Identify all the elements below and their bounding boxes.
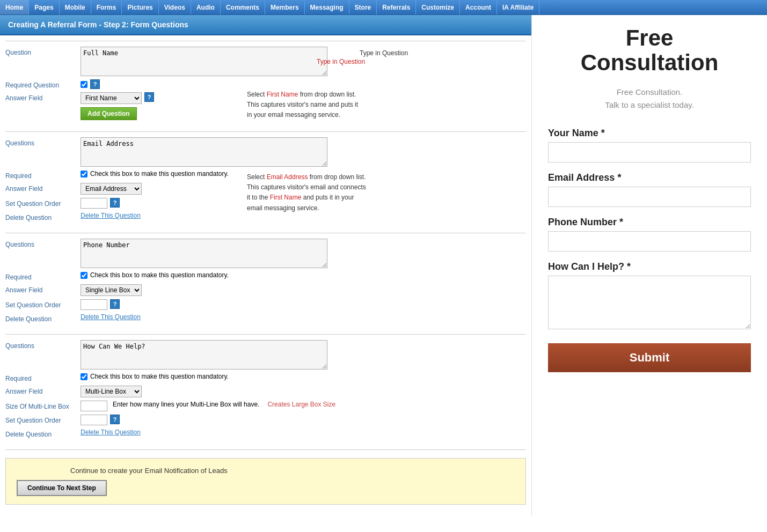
size-control-4: 4 Enter how many lines your Multi-Line B… bbox=[81, 401, 526, 411]
question-textarea-4[interactable]: How Can We Help? bbox=[81, 340, 327, 370]
right-label-phone: Phone Number * bbox=[548, 217, 751, 228]
nav-mobile[interactable]: Mobile bbox=[60, 0, 91, 14]
nav-comments[interactable]: Comments bbox=[221, 0, 265, 14]
answer-select-3[interactable]: First Name Last Name Email Address Phone… bbox=[81, 284, 142, 296]
answer-annotation-2: Select Email Address from drop down list… bbox=[247, 172, 366, 213]
question-label-1: Question bbox=[5, 47, 81, 56]
help-button-answer-1[interactable]: ? bbox=[144, 92, 154, 102]
continue-area: Continue to create your Email Notificati… bbox=[5, 458, 526, 505]
answer-field-label-2: Answer Field bbox=[5, 183, 81, 193]
submit-button[interactable]: Submit bbox=[548, 343, 751, 372]
required-checkbox-4[interactable] bbox=[81, 373, 87, 380]
page-header: Creating A Referral Form - Step 2: Form … bbox=[0, 15, 531, 35]
answer-field-row-2: Answer Field First Name Last Name Email … bbox=[5, 183, 526, 195]
required-control-1: ? bbox=[81, 79, 526, 89]
delete-link-2[interactable]: Delete This Question bbox=[81, 212, 141, 219]
required-control-4: Check this box to make this question man… bbox=[81, 373, 526, 380]
nav-videos[interactable]: Videos bbox=[159, 0, 191, 14]
delete-link-3[interactable]: Delete This Question bbox=[81, 313, 141, 321]
questions-label-2: Questions bbox=[5, 137, 81, 147]
question-textarea-2[interactable]: Email Address bbox=[81, 137, 327, 167]
question-row-4: Questions How Can We Help? bbox=[5, 340, 526, 370]
question-row-2: Questions Email Address bbox=[5, 137, 526, 167]
add-question-button[interactable]: Add Question bbox=[81, 107, 137, 120]
question-textarea-1[interactable]: Full Name bbox=[81, 47, 327, 76]
help-button-order-2[interactable]: ? bbox=[110, 198, 120, 208]
required-check-text-3: Check this box to make this question man… bbox=[90, 271, 229, 279]
required-check-text-4: Check this box to make this question man… bbox=[90, 373, 229, 380]
set-order-label-3: Set Question Order bbox=[5, 299, 81, 309]
question-control-4: How Can We Help? bbox=[81, 340, 526, 370]
nav-ia-affiliate[interactable]: IA Affiliate bbox=[497, 0, 539, 14]
consultation-subtitle: Free Consultation.Talk to a specialist t… bbox=[548, 86, 751, 112]
section-1: Question Full Name Type in Question Type… bbox=[5, 41, 526, 132]
right-panel: FreeConsultation Free Consultation.Talk … bbox=[531, 15, 767, 515]
answer-annotation-1: Select First Name from drop down list. T… bbox=[247, 90, 358, 121]
required-checkbox-row-1: ? bbox=[81, 79, 100, 89]
answer-select-4[interactable]: First Name Last Name Email Address Phone… bbox=[81, 386, 142, 397]
nav-store[interactable]: Store bbox=[349, 0, 377, 14]
nav-account[interactable]: Account bbox=[460, 0, 497, 14]
required-label-1: Required Question bbox=[5, 79, 81, 89]
set-order-input-2[interactable]: 2 bbox=[81, 198, 107, 209]
continue-note: Continue to create your Email Notificati… bbox=[70, 467, 228, 475]
left-panel: Creating A Referral Form - Step 2: Form … bbox=[0, 15, 531, 515]
section-2: Questions Email Address Required Check t… bbox=[5, 132, 526, 233]
help-button-order-3[interactable]: ? bbox=[110, 299, 120, 309]
nav-messaging[interactable]: Messaging bbox=[305, 0, 349, 14]
right-field-email: Email Address * bbox=[548, 172, 751, 207]
delete-row-4: Delete Question Delete This Question bbox=[5, 428, 526, 438]
size-input-4[interactable]: 4 bbox=[81, 401, 107, 411]
required-checkbox-1[interactable] bbox=[81, 81, 87, 88]
question-textarea-3[interactable]: Phone Number bbox=[81, 239, 327, 268]
question-control-2: Email Address bbox=[81, 137, 526, 167]
nav-forms[interactable]: Forms bbox=[91, 0, 122, 14]
help-button-order-4[interactable]: ? bbox=[110, 415, 120, 424]
set-order-input-4[interactable]: 1 bbox=[81, 415, 107, 425]
section-4: Questions How Can We Help? Required Chec… bbox=[5, 335, 526, 450]
question-row-1: Question Full Name Type in Question Type… bbox=[5, 47, 526, 76]
nav-pages[interactable]: Pages bbox=[29, 0, 59, 14]
question-row-3: Questions Phone Number bbox=[5, 239, 526, 268]
answer-field-row-1: Answer Field First Name Last Name Email … bbox=[5, 92, 526, 104]
right-label-name: Your Name * bbox=[548, 128, 751, 139]
nav-pictures[interactable]: Pictures bbox=[122, 0, 158, 14]
type-in-note: Type in Question bbox=[317, 57, 368, 65]
page-title: Creating A Referral Form - Step 2: Form … bbox=[8, 20, 188, 29]
right-textarea-help[interactable] bbox=[548, 276, 751, 329]
help-button-required-1[interactable]: ? bbox=[90, 79, 100, 89]
set-order-input-3[interactable]: 3 bbox=[81, 299, 107, 310]
set-order-control-4: 1 ? bbox=[81, 415, 526, 425]
top-navigation: Home Pages Mobile Forms Pictures Videos … bbox=[0, 0, 767, 15]
required-checkbox-3[interactable] bbox=[81, 272, 87, 279]
right-input-email[interactable] bbox=[548, 187, 751, 207]
right-input-name[interactable] bbox=[548, 142, 751, 162]
required-checkbox-row-3: Check this box to make this question man… bbox=[81, 271, 229, 279]
nav-home[interactable]: Home bbox=[0, 0, 29, 14]
delete-label-2: Delete Question bbox=[5, 212, 81, 221]
required-checkbox-2[interactable] bbox=[81, 171, 87, 178]
size-annotation-4: Creates Large Box Size bbox=[267, 401, 335, 408]
answer-select-1[interactable]: First Name Last Name Email Address Phone… bbox=[81, 92, 142, 104]
continue-button[interactable]: Continue To Next Step bbox=[17, 480, 107, 496]
required-check-text-2: Check this box to make this question man… bbox=[90, 170, 229, 178]
delete-control-3: Delete This Question bbox=[81, 313, 526, 321]
nav-customize[interactable]: Customize bbox=[416, 0, 460, 14]
nav-members[interactable]: Members bbox=[265, 0, 305, 14]
right-field-help: How Can I Help? * bbox=[548, 261, 751, 331]
required-label-2: Required bbox=[5, 170, 81, 180]
consultation-form: Your Name * Email Address * Phone Number… bbox=[548, 128, 751, 372]
consultation-title: FreeConsultation bbox=[548, 26, 751, 75]
nav-referrals[interactable]: Referrals bbox=[377, 0, 416, 14]
question-control-3: Phone Number bbox=[81, 239, 526, 268]
required-label-4: Required bbox=[5, 373, 81, 382]
set-order-control-3: 3 ? bbox=[81, 299, 526, 310]
delete-link-4[interactable]: Delete This Question bbox=[81, 428, 141, 436]
questions-label-4: Questions bbox=[5, 340, 81, 350]
delete-label-4: Delete Question bbox=[5, 428, 81, 438]
answer-select-2[interactable]: First Name Last Name Email Address Phone… bbox=[81, 183, 142, 195]
questions-label-3: Questions bbox=[5, 239, 81, 248]
right-input-phone[interactable] bbox=[548, 231, 751, 252]
nav-audio[interactable]: Audio bbox=[191, 0, 221, 14]
required-row-4: Required Check this box to make this que… bbox=[5, 373, 526, 382]
